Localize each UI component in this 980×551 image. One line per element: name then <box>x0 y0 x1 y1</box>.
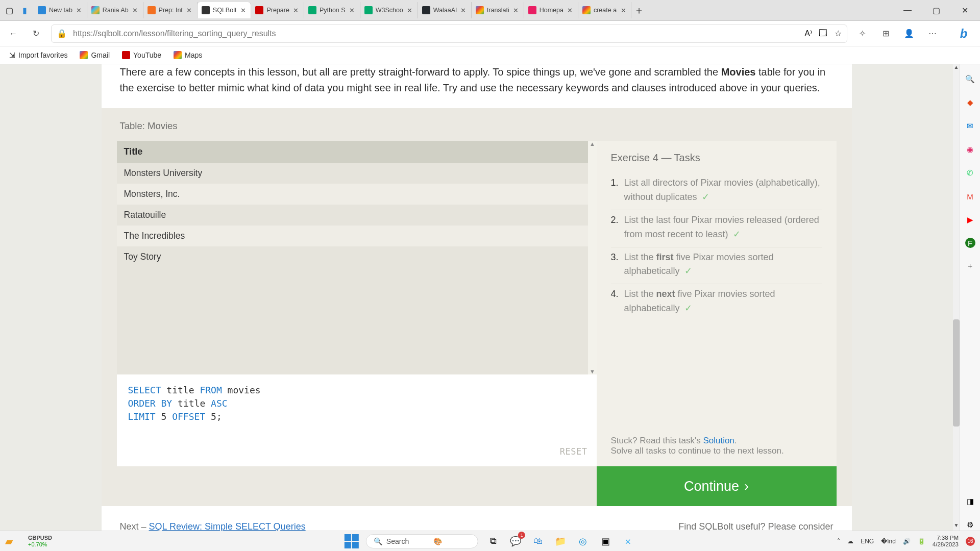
vertical-tabs-icon[interactable]: ▮ <box>18 4 31 16</box>
tab-prepare[interactable]: Prepare✕ <box>251 2 304 18</box>
taskbar-search[interactable]: 🔍Search🎨 <box>366 534 478 548</box>
page-scrollbar[interactable]: ▲ ▼ <box>953 64 960 531</box>
scroll-thumb[interactable] <box>953 319 960 427</box>
tab-create[interactable]: create a✕ <box>578 2 631 18</box>
close-icon[interactable]: ✕ <box>460 7 467 14</box>
stock-widget[interactable]: GBPUSD +0.70% <box>28 535 52 547</box>
slack-icon <box>91 6 100 14</box>
outlook-icon[interactable]: ✉ <box>965 120 976 132</box>
scroll-up-icon[interactable]: ▲ <box>590 141 595 147</box>
bookmark-gmail[interactable]: Gmail <box>80 51 110 59</box>
url-field[interactable]: https://sqlbolt.com/lesson/filtering_sor… <box>67 29 804 38</box>
clock[interactable]: 7:38 PM 4/28/2023 <box>933 535 959 547</box>
tab-actions-icon[interactable]: ▢ <box>3 4 15 16</box>
scroll-down-icon[interactable]: ▼ <box>953 522 960 531</box>
onedrive-icon[interactable]: ☁ <box>847 538 853 545</box>
close-icon[interactable]: ✕ <box>76 7 83 14</box>
language-indicator[interactable]: ENG <box>861 538 874 545</box>
reset-button[interactable]: RESET <box>560 445 587 458</box>
sidebar-settings-icon[interactable]: ⚙ <box>965 519 976 531</box>
battery-icon[interactable]: 🔋 <box>918 538 925 545</box>
bookmark-maps[interactable]: Maps <box>174 51 202 59</box>
sqlbolt-icon <box>202 6 210 14</box>
stuck-hint: Stuck? Read this task's Solution. <box>611 436 822 446</box>
scroll-up-icon[interactable]: ▲ <box>953 64 960 72</box>
title-bar: ▢ ▮ New tab✕ Rania Ab✕ Prep: Int✕ SQLBol… <box>0 0 980 21</box>
start-button[interactable] <box>345 534 359 548</box>
office-icon[interactable]: ◆ <box>965 97 976 108</box>
tray-chevron-icon[interactable]: ˄ <box>837 538 840 545</box>
tab-translate[interactable]: translati✕ <box>472 2 524 18</box>
tab-prep[interactable]: Prep: Int✕ <box>143 2 198 18</box>
read-aloud-icon[interactable]: A⁾ <box>804 29 812 38</box>
instagram-icon[interactable]: ◉ <box>965 144 976 155</box>
close-icon[interactable]: ✕ <box>512 7 520 14</box>
sidebar-hide-icon[interactable]: ◨ <box>965 496 976 507</box>
github-icon <box>422 6 430 14</box>
close-icon[interactable]: ✕ <box>186 7 193 14</box>
close-window-button[interactable]: ✕ <box>957 6 973 15</box>
close-icon[interactable]: ✕ <box>620 7 627 14</box>
favorite-star-icon[interactable]: ☆ <box>835 29 842 38</box>
close-icon[interactable]: ✕ <box>567 7 574 14</box>
collections-button[interactable]: ⊞ <box>879 27 892 40</box>
explorer-button[interactable]: 📁 <box>553 534 568 549</box>
menu-button[interactable]: ⋯ <box>926 27 939 40</box>
close-icon[interactable]: ✕ <box>406 7 413 14</box>
table-row: Toy Story <box>117 246 597 267</box>
vscode-button[interactable]: ⨉ <box>620 534 635 549</box>
search-icon: 🔍 <box>374 537 382 545</box>
tab-sqlbolt[interactable]: SQLBolt✕ <box>198 2 252 18</box>
table-scrollbar[interactable]: ▲▼ <box>588 141 597 374</box>
system-tray: ˄ ☁ ENG �înd 🔊 🔋 7:38 PM 4/28/2023 16 <box>837 535 975 547</box>
tab-walaa[interactable]: WalaaAl✕ <box>418 2 472 18</box>
facebook-icon[interactable]: F <box>965 238 975 248</box>
reader-icon[interactable]: ⿴ <box>819 29 827 38</box>
tab-python[interactable]: Python S✕ <box>304 2 360 18</box>
profile-button[interactable]: 👤 <box>902 27 916 40</box>
sql-editor[interactable]: SELECT title FROM movies ORDER BY title … <box>117 374 597 466</box>
close-icon[interactable]: ✕ <box>239 7 247 14</box>
close-icon[interactable]: ✕ <box>292 7 300 14</box>
edge-button[interactable]: ◎ <box>575 534 591 549</box>
new-tab-button[interactable]: ＋ <box>631 3 647 18</box>
maximize-button[interactable]: ▢ <box>928 6 944 15</box>
edge-sidebar: 🔍 ◆ ✉ ◉ ✆ M ▶ F ＋ ◨ ⚙ <box>960 64 980 531</box>
movies-table: Title Monsters University Monsters, Inc.… <box>117 141 597 267</box>
scroll-down-icon[interactable]: ▼ <box>590 368 595 374</box>
exercise-heading: Exercise 4 — Tasks <box>611 152 822 164</box>
tab-w3schools[interactable]: W3Schoo✕ <box>360 2 418 18</box>
refresh-button[interactable]: ↻ <box>29 27 43 41</box>
youtube-icon[interactable]: ▶ <box>965 214 976 226</box>
gmail-icon[interactable]: M <box>965 191 976 202</box>
task-view-button[interactable]: ⧉ <box>485 534 501 549</box>
bing-sidebar-button[interactable]: b <box>953 23 974 44</box>
chat-button[interactable]: 💬 <box>508 534 523 549</box>
solution-link[interactable]: Solution <box>703 436 734 445</box>
tab-rania[interactable]: Rania Ab✕ <box>87 2 143 18</box>
volume-icon[interactable]: 🔊 <box>903 538 911 545</box>
tab-new-tab[interactable]: New tab✕ <box>34 2 87 18</box>
continue-button[interactable]: Continue› <box>597 466 837 506</box>
minimize-button[interactable]: ― <box>899 6 916 15</box>
terminal-button[interactable]: ▣ <box>598 534 613 549</box>
bookmark-youtube[interactable]: YouTube <box>122 51 161 59</box>
page-icon <box>255 6 263 14</box>
wifi-icon[interactable]: �înd <box>881 538 896 545</box>
store-button[interactable]: 🛍 <box>530 534 546 549</box>
tab-homepage[interactable]: Homepa✕ <box>524 2 578 18</box>
next-lesson-link[interactable]: SQL Review: Simple SELECT Queries <box>149 521 306 531</box>
close-icon[interactable]: ✕ <box>349 7 356 14</box>
import-favorites-button[interactable]: ⇲Import favorites <box>9 51 67 59</box>
search-icon[interactable]: 🔍 <box>965 73 976 85</box>
notifications-badge[interactable]: 16 <box>966 537 975 546</box>
task-item: 3.List the first five Pixar movies sorte… <box>611 247 822 285</box>
add-sidebar-icon[interactable]: ＋ <box>965 260 976 271</box>
table-row: Ratatouille <box>117 205 597 226</box>
lock-icon[interactable]: 🔒 <box>57 29 67 38</box>
stock-icon[interactable]: ▰ <box>5 535 13 547</box>
back-button[interactable]: ← <box>6 27 20 41</box>
favorites-button[interactable]: ✧ <box>855 27 869 40</box>
close-icon[interactable]: ✕ <box>132 7 139 14</box>
whatsapp-icon[interactable]: ✆ <box>965 167 976 179</box>
